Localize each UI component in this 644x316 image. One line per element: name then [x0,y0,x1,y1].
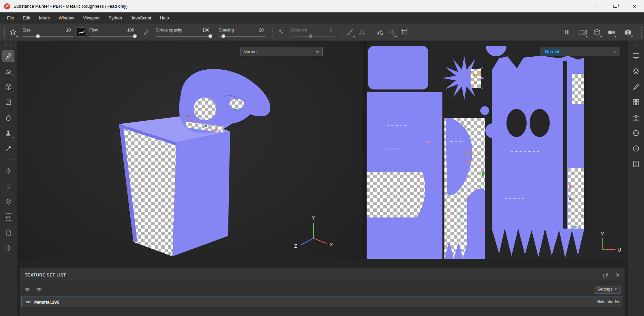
clone-tool-button[interactable] [2,127,14,139]
spacing-slider-group[interactable]: Spacing 20 [219,28,266,37]
paint-brush-icon [5,52,12,60]
stroke-opacity-slider-knob[interactable] [208,34,212,38]
material-picker-tool-button[interactable] [2,142,14,154]
export-textures-button[interactable] [2,227,14,239]
toolbar-grip[interactable] [639,27,642,38]
spacing-value[interactable]: 20 [253,28,266,33]
camera-view-button[interactable] [606,26,616,38]
brush-alpha-button[interactable] [8,26,18,38]
chevron-down-icon [614,36,616,38]
polygon-fill-tool-button[interactable] [2,96,14,108]
eye-icon[interactable] [25,300,31,304]
screenshot-button[interactable] [623,26,633,38]
falloff-button[interactable] [345,26,355,38]
panel-title: TEXTURE SET LIST [25,273,66,277]
layers-panel-button[interactable] [630,65,642,77]
crop-transform-icon [400,28,408,36]
flow-slider[interactable] [89,36,137,37]
chevron-down-icon [12,137,14,138]
size-slider[interactable] [22,36,73,37]
substance-source-button[interactable] [2,165,14,177]
minimize-button[interactable] [587,0,606,12]
log-panel-button[interactable] [630,158,642,170]
stroke-preview-button[interactable] [77,27,86,37]
stroke-opacity-slider[interactable] [156,36,212,37]
person-icon [5,129,12,137]
menu-mode[interactable]: Mode [35,12,54,23]
menubar: File Edit Mode Window Viewport Python Ja… [0,12,644,23]
spacing-slider[interactable] [219,36,266,37]
layers-icon [5,198,12,205]
settings-button[interactable]: Settings [594,285,621,294]
toolbar-separator [272,27,273,37]
menu-edit[interactable]: Edit [18,12,35,23]
menu-help[interactable]: Help [156,12,173,23]
projection-transform-button[interactable] [399,26,409,38]
viewport-3d[interactable]: Normal Y X Z [17,41,363,259]
brush-settings-panel-button[interactable] [630,81,642,93]
sidebar-grip[interactable] [5,44,12,46]
eraser-tool-button[interactable] [2,65,14,77]
axis-x-label: X [330,242,333,247]
visibility-filter-icon[interactable] [24,287,31,292]
history-panel-button[interactable] [630,142,642,154]
channel-dropdown-2d[interactable]: Normal [540,47,620,56]
brush-tip-button[interactable] [141,26,151,38]
texture-set-settings-button[interactable] [630,96,642,108]
project-settings-button[interactable] [2,242,14,254]
close-button[interactable]: ✕ [625,0,644,12]
flow-label: Flow [89,28,98,33]
paint-tool-button[interactable] [2,50,14,62]
eraser-icon [5,68,12,75]
solo-visibility-icon[interactable] [36,287,42,292]
viewport-mode-button[interactable] [592,26,602,38]
scissors-icon [359,28,366,36]
size-slider-group[interactable]: Size 10 [22,28,73,37]
particles-button[interactable] [276,26,286,38]
smudge-tool-button[interactable] [2,112,14,124]
resources-button[interactable] [2,196,14,208]
photoshop-export-button[interactable]: Ps [2,211,14,223]
projection-tool-button[interactable] [2,81,14,93]
shader-settings-button[interactable] [630,127,642,139]
split-view-button[interactable] [578,26,588,38]
symmetry-button[interactable] [375,26,385,38]
flow-slider-knob[interactable] [133,34,137,38]
minimize-icon [594,6,598,6]
channel-dropdown-3d[interactable]: Normal [240,47,323,56]
menu-python[interactable]: Python [104,12,126,23]
chevron-down-icon [316,51,319,53]
toolbar-grip[interactable] [2,27,5,38]
undock-icon[interactable] [603,273,608,277]
display-settings-button[interactable] [630,50,642,62]
falloff-curve-icon [346,28,354,36]
close-icon: ✕ [633,4,637,9]
pause-engine-button[interactable] [562,26,572,38]
restore-button[interactable] [606,0,625,12]
flow-value[interactable]: 100 [123,28,137,33]
camera-settings-button[interactable] [630,112,642,124]
mirror-settings-icon [388,28,396,36]
brush-tip-icon [143,29,150,36]
texture-set-row[interactable]: Material.195 Main shader [21,297,623,307]
viewport-2d[interactable]: Normal V U [367,41,628,259]
sidebar-grip[interactable] [632,44,640,46]
menu-javascript[interactable]: JavaScript [126,12,156,23]
stroke-opacity-slider-group[interactable]: Stroke opacity 100 [156,28,212,37]
menu-window[interactable]: Window [54,12,78,23]
menu-file[interactable]: File [3,12,18,23]
brush-icon [632,83,640,91]
size-value[interactable]: 10 [60,28,73,33]
menu-viewport[interactable]: Viewport [78,12,104,23]
app-window: Substance Painter - PBR - Metallic Rough… [0,0,644,316]
spacing-slider-knob[interactable] [221,34,225,38]
size-slider-knob[interactable] [36,34,40,38]
symmetry-settings-button[interactable] [387,26,397,38]
bake-pending-button [2,180,14,192]
hourglass-icon [5,183,12,190]
close-panel-icon[interactable] [615,273,620,277]
stroke-opacity-value[interactable]: 100 [199,28,212,33]
chevron-down-icon [395,36,397,38]
flow-slider-group[interactable]: Flow 100 [89,28,137,37]
viewport-splitter[interactable] [363,41,367,259]
